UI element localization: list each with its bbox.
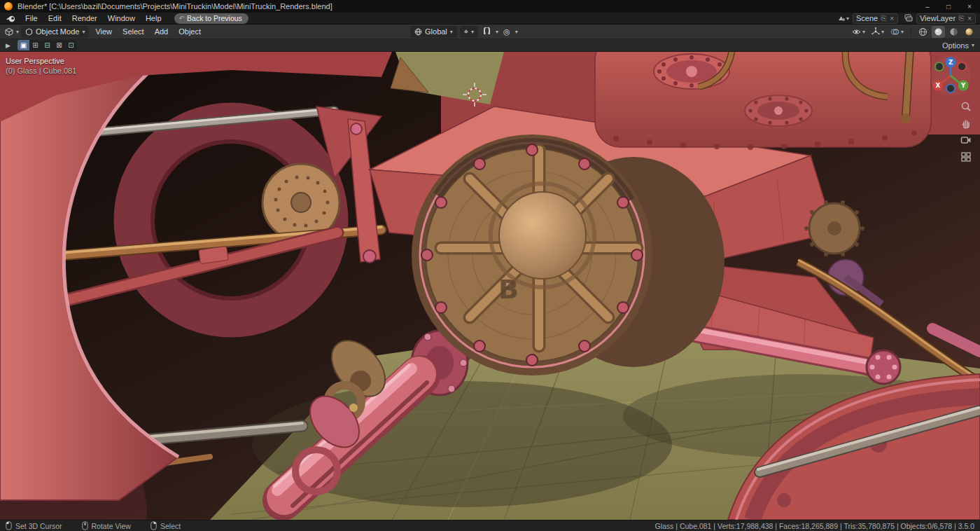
scene-name: Scene — [856, 14, 878, 22]
shading-material-button[interactable] — [947, 26, 960, 38]
viewlayer-copy-icon[interactable]: ⎘ — [958, 14, 965, 22]
navigation-gizmo[interactable]: Z X Y — [930, 55, 972, 97]
blender-app-icon — [4, 2, 13, 11]
menu-window[interactable]: Window — [103, 13, 140, 23]
viewport-canvas[interactable]: B — [0, 52, 980, 520]
gizmos-dropdown[interactable]: ▾ — [869, 26, 886, 38]
select-mode-group: ▣ ⊞ ⊟ ⊠ ⊡ — [18, 40, 77, 50]
solid-sphere-icon — [934, 27, 943, 36]
transform-controls: Global ▾ ⌖ ▾ ▾ ◎ ▾ — [410, 26, 518, 38]
viewport-3d[interactable]: B — [0, 52, 980, 520]
statusbar: Set 3D Cursor Rotate View Select Glass |… — [0, 520, 980, 531]
scene-statistics: Glass | Cube.081 | Verts:17,988,438 | Fa… — [655, 522, 975, 530]
gizmo-axis-y[interactable]: Y — [958, 80, 969, 90]
mouse-middle-icon — [82, 521, 88, 530]
viewport-header: ▾ Object Mode ▾ View Select Add Object G… — [0, 25, 980, 39]
model-fuel-tank[interactable] — [595, 52, 931, 150]
viewlayer-remove-icon[interactable]: × — [967, 15, 972, 22]
svg-text:Z: Z — [948, 59, 953, 66]
gizmo-axis-x-neg[interactable] — [958, 62, 966, 71]
mouse-left-icon — [6, 521, 12, 530]
scene-browse-arrow[interactable]: ▾ — [846, 15, 849, 22]
shading-rendered-button[interactable] — [962, 26, 976, 38]
visibility-eye-icon — [852, 28, 861, 36]
wireframe-sphere-icon — [918, 27, 927, 36]
menu-object[interactable]: Object — [174, 27, 205, 36]
editor-type-icon[interactable] — [4, 27, 14, 36]
tool-icon[interactable]: ▶ — [6, 42, 10, 49]
maximize-button[interactable]: □ — [938, 0, 959, 13]
magnet-icon — [483, 27, 491, 36]
viewlayer-name: ViewLayer — [920, 14, 955, 22]
menu-edit[interactable]: Edit — [43, 13, 66, 23]
select-mode-subtract[interactable]: ⊟ — [41, 40, 53, 50]
select-mode-new[interactable]: ▣ — [18, 40, 29, 50]
shading-solid-button[interactable] — [932, 26, 945, 38]
select-mode-intersect[interactable]: ⊡ — [65, 40, 77, 50]
menu-add[interactable]: Add — [150, 27, 173, 36]
hint-rotate-view: Rotate View — [82, 521, 131, 530]
svg-text:X: X — [935, 82, 940, 89]
gizmo-axis-y-neg[interactable] — [935, 62, 944, 71]
topbar: File Edit Render Window Help ↶ Back to P… — [0, 13, 980, 25]
orientation-dropdown[interactable]: Global ▾ — [410, 26, 457, 38]
blender-logo-icon[interactable] — [6, 15, 16, 22]
editor-type-arrow[interactable]: ▾ — [16, 29, 19, 35]
svg-text:Y: Y — [960, 82, 966, 89]
select-mode-extend[interactable]: ⊞ — [29, 40, 41, 50]
mouse-right-icon — [150, 521, 157, 530]
snap-dropdown-arrow[interactable]: ▾ — [496, 29, 498, 35]
scene-unlink-icon[interactable]: × — [889, 15, 895, 22]
gizmo-axis-z-neg[interactable] — [946, 84, 955, 92]
menu-select[interactable]: Select — [118, 27, 148, 36]
zoom-icon[interactable] — [960, 101, 972, 112]
select-mode-invert[interactable]: ⊠ — [53, 40, 65, 50]
menu-render[interactable]: Render — [67, 13, 102, 23]
viewport-nav-buttons — [960, 101, 972, 163]
back-arrow-icon: ↶ — [179, 15, 185, 22]
scene-new-icon[interactable]: ⎘ — [880, 14, 887, 22]
window-title: Blender* [C:\Users\bazil\Documents\Proje… — [18, 2, 917, 11]
gizmo-icon — [872, 27, 880, 36]
proportional-dropdown-arrow[interactable]: ▾ — [515, 29, 518, 35]
global-orientation-icon — [414, 28, 422, 36]
perspective-toggle-icon[interactable] — [960, 151, 972, 163]
viewlayer-selector[interactable]: ViewLayer ⎘ × — [916, 13, 976, 24]
shading-wireframe-button[interactable] — [916, 26, 930, 38]
overlays-icon — [890, 28, 899, 36]
object-mode-icon — [25, 28, 33, 36]
overlays-dropdown[interactable]: ▾ — [888, 26, 906, 38]
proportional-icon: ◎ — [503, 27, 510, 36]
menu-view[interactable]: View — [91, 27, 116, 36]
tool-settings-bar: ▶ ▣ ⊞ ⊟ ⊠ ⊡ Options ▾ — [0, 39, 980, 52]
gizmo-axis-z[interactable]: Z — [946, 57, 956, 67]
pivot-dropdown[interactable]: ⌖ ▾ — [460, 26, 478, 38]
model-differential-cover[interactable]: B — [412, 135, 652, 375]
pan-hand-icon[interactable] — [960, 118, 972, 129]
hint-select: Select — [150, 521, 181, 530]
scene-browse-icon[interactable] — [837, 14, 846, 22]
proportional-editing-toggle[interactable]: ◎ — [501, 26, 512, 38]
pivot-icon: ⌖ — [464, 27, 468, 36]
options-dropdown[interactable]: Options ▾ — [942, 41, 974, 50]
menu-file[interactable]: File — [20, 13, 43, 23]
visibility-dropdown[interactable]: ▾ — [850, 26, 867, 38]
viewlayer-icon — [904, 14, 913, 22]
header-separator — [911, 27, 911, 36]
rendered-sphere-icon — [965, 27, 974, 36]
gizmo-axis-x[interactable]: X — [932, 80, 943, 90]
diff-cover-letter: B — [498, 274, 519, 305]
display-controls: ▾ ▾ ▾ — [850, 26, 976, 38]
mode-dropdown[interactable]: Object Mode ▾ — [21, 26, 89, 38]
minimize-button[interactable]: – — [917, 0, 938, 13]
camera-view-icon[interactable] — [960, 135, 972, 146]
menu-help[interactable]: Help — [141, 13, 167, 23]
material-sphere-icon — [949, 27, 958, 36]
close-button[interactable]: × — [959, 0, 980, 13]
blender-window: Blender* [C:\Users\bazil\Documents\Proje… — [0, 0, 980, 531]
snap-toggle[interactable] — [481, 26, 493, 38]
titlebar: Blender* [C:\Users\bazil\Documents\Proje… — [0, 0, 980, 13]
scene-selector[interactable]: Scene ⎘ × — [853, 13, 898, 24]
back-to-previous-button[interactable]: ↶ Back to Previous — [174, 13, 248, 24]
hint-set-3d-cursor: Set 3D Cursor — [6, 521, 62, 530]
